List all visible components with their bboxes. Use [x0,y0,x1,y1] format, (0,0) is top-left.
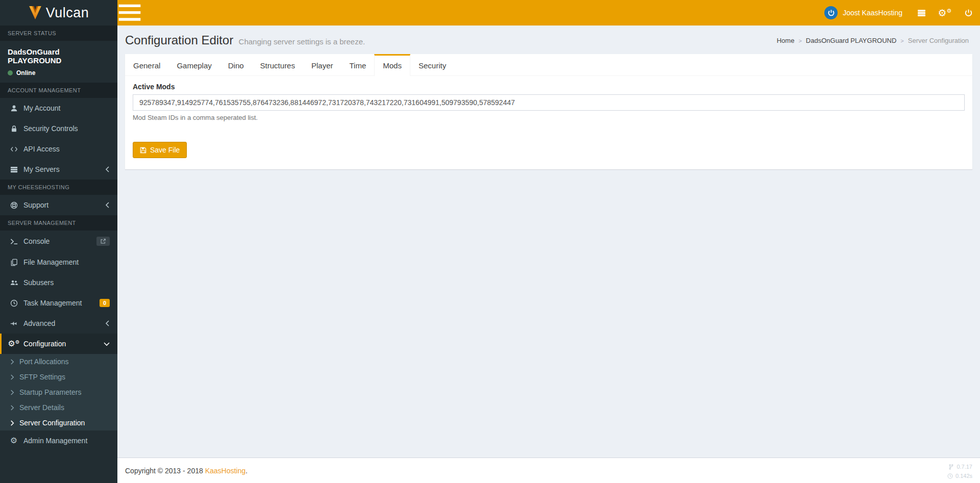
code-icon [8,145,20,153]
angle-down-icon [104,342,110,346]
save-file-button[interactable]: Save File [133,142,187,158]
user-icon [8,105,20,112]
sidebar-item-label: Configuration [23,340,66,348]
sidebar-item-subusers[interactable]: Subusers [0,272,117,293]
section-header-server-management: SERVER MANAGEMENT [0,215,117,231]
angle-left-icon [105,320,110,326]
submenu-item-label: Server Details [19,403,64,412]
submenu-item-label: SFTP Settings [19,373,65,381]
sidebar-item-console[interactable]: Console [0,231,117,252]
active-mods-input[interactable] [133,94,965,111]
page-subtitle: Changing server settings is a breeze. [239,37,365,46]
submenu-item-server-details[interactable]: Server Details [0,400,117,415]
terminal-icon [8,238,20,245]
angle-left-icon [105,202,110,208]
lock-icon [8,125,20,133]
kaashosting-link[interactable]: KaasHosting [205,467,246,475]
sidebar-item-support[interactable]: Support [0,195,117,215]
angle-left-icon [105,166,110,172]
sidebar-item-label: My Servers [23,165,60,173]
footer-meta: 0.7.17 0.142s [947,463,972,478]
active-mods-help: Mod Steam IDs in a comma seperated list. [133,114,965,121]
console-popout-button[interactable] [96,237,110,246]
tab-dino[interactable]: Dino [220,54,252,75]
footer: Copyright © 2013 - 2018 KaasHosting. 0.7… [117,457,980,483]
submenu-item-sftp-settings[interactable]: SFTP Settings [0,369,117,385]
submenu-item-server-configuration[interactable]: Server Configuration [0,415,117,430]
breadcrumb-server[interactable]: DadsOnGuard PLAYGROUND [806,37,897,44]
sidebar-item-my-account[interactable]: My Account [0,98,117,118]
submenu-item-port-allocations[interactable]: Port Allocations [0,354,117,369]
kaashosting-logo-avatar [824,6,838,19]
tab-gameplay[interactable]: Gameplay [168,54,219,75]
save-file-label: Save File [150,146,180,154]
online-status-label: Online [16,69,35,77]
cogs-icon: ⚙⚙ [938,8,952,18]
angle-right-icon [10,420,14,426]
tab-general[interactable]: General [125,54,168,75]
sidebar-item-security-controls[interactable]: Security Controls [0,118,117,139]
sidebar-item-file-management[interactable]: File Management [0,252,117,272]
submenu-item-startup-parameters[interactable]: Startup Parameters [0,385,117,400]
section-header-server-status: SERVER STATUS [0,26,117,41]
servers-menu-button[interactable] [910,0,933,26]
logout-button[interactable] [957,0,980,26]
breadcrumb: Home > DadsOnGuard PLAYGROUND > Server C… [777,37,969,44]
section-header-cheesehosting: MY CHEESEHOSTING [0,180,117,195]
hamburger-icon [117,3,142,22]
tab-structures[interactable]: Structures [252,54,303,75]
server-list-icon [917,9,926,17]
users-icon [8,279,20,287]
code-branch-icon [948,464,954,470]
sidebar-item-label: Advanced [23,319,55,327]
section-header-account: ACCOUNT MANAGEMENT [0,83,117,98]
sidebar-item-advanced[interactable]: Advanced [0,313,117,334]
top-navbar: Joost KaasHosting ⚙⚙ [117,0,980,26]
sidebar-item-label: Subusers [23,278,54,287]
submenu-item-label: Startup Parameters [19,388,81,396]
sidebar-item-admin-management[interactable]: ⚙ Admin Management [0,430,117,451]
server-name: DadsOnGuard PLAYGROUND [8,47,110,65]
breadcrumb-home[interactable]: Home [777,37,795,44]
external-link-icon [100,238,106,244]
tab-time[interactable]: Time [341,54,375,75]
sidebar-toggle-button[interactable] [117,0,142,26]
version-label: 0.7.17 [957,463,972,472]
active-mods-label: Active Mods [133,83,965,91]
content-area: Configuration Editor Changing server set… [117,26,980,457]
breadcrumb-current: Server Configuration [908,37,969,44]
angle-right-icon [10,405,14,411]
submenu-item-label: Server Configuration [19,419,85,427]
configuration-submenu: Port Allocations SFTP Settings Startup P… [0,354,117,430]
user-menu[interactable]: Joost KaasHosting [817,0,910,26]
tab-security[interactable]: Security [410,54,454,75]
config-tabs: General Gameplay Dino Structures Player … [125,54,972,76]
server-status-block: DadsOnGuard PLAYGROUND Online [0,41,117,83]
render-time-label: 0.142s [955,472,972,481]
sidebar-item-configuration[interactable]: ⚙⚙ Configuration [0,334,117,354]
sidebar-item-my-servers[interactable]: My Servers [0,159,117,180]
app-title: Vulcan [46,5,89,21]
sidebar: Vulcan SERVER STATUS DadsOnGuard PLAYGRO… [0,0,117,483]
sidebar-item-task-management[interactable]: Task Management 0 [0,293,117,313]
online-status-dot [8,70,13,75]
sidebar-item-label: Admin Management [23,437,87,445]
sidebar-item-label: Task Management [23,299,82,307]
sidebar-item-label: API Access [23,145,60,153]
sidebar-item-label: My Account [23,104,60,112]
copyright-period: . [246,467,248,475]
app-logo[interactable]: Vulcan [0,0,117,26]
vulcan-v-icon [29,6,42,20]
sidebar-item-label: Console [23,237,50,245]
tab-player[interactable]: Player [303,54,341,75]
angle-right-icon [10,390,14,395]
fighter-jet-icon [8,320,20,327]
settings-button[interactable]: ⚙⚙ [933,0,957,26]
copyright-years: Copyright © 2013 - 2018 [125,467,203,475]
sidebar-item-api-access[interactable]: API Access [0,139,117,159]
cogs-icon: ⚙⚙ [8,340,20,348]
page-title: Configuration Editor [125,33,233,47]
breadcrumb-separator: > [900,38,903,44]
angle-right-icon [10,359,14,365]
tab-mods[interactable]: Mods [374,54,410,76]
